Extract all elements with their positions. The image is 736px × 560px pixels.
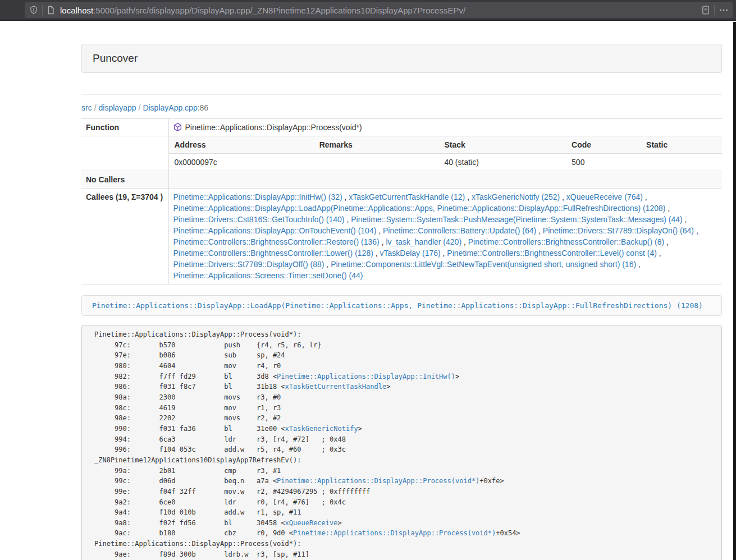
- urlbar-divider: [714, 5, 715, 15]
- snippet-symbol-link[interactable]: Pinetime::Applications::DisplayApp::Load…: [92, 301, 703, 310]
- breadcrumb-link[interactable]: DisplayApp.cpp: [143, 103, 197, 112]
- urlbar-divider: [42, 5, 43, 15]
- callee-separator: ,: [643, 192, 647, 201]
- callee-separator: ,: [636, 260, 641, 269]
- code-symbol-link[interactable]: xQueueReceive: [285, 519, 338, 527]
- function-label: Function: [81, 119, 168, 136]
- url-path: :5000/path/src/displayapp/DisplayApp.cpp…: [93, 6, 465, 15]
- scrollbar-strip[interactable]: [733, 22, 736, 560]
- callee-link[interactable]: Pinetime::Controllers::BrightnessControl…: [447, 249, 656, 258]
- browser-toolbar: localhost:5000/path/src/displayapp/Displ…: [0, 0, 736, 21]
- callee-separator: ,: [376, 226, 383, 235]
- divider: [81, 94, 722, 95]
- function-row: Function Pinetime::Applications::Display…: [81, 119, 722, 136]
- callee-separator: ,: [461, 237, 468, 246]
- callee-separator: ,: [560, 192, 566, 201]
- metrics-value-row: 0x0000097c40 (static)500: [169, 154, 723, 171]
- callee-separator: ,: [324, 260, 331, 269]
- breadcrumb-line-number: :86: [198, 103, 208, 112]
- callee-link[interactable]: Pinetime::Applications::DisplayApp::Load…: [173, 204, 666, 213]
- callee-link[interactable]: Pinetime::Controllers::BrightnessControl…: [173, 237, 380, 246]
- callee-separator: ,: [380, 237, 386, 246]
- callee-separator: ,: [657, 249, 661, 258]
- metrics-column-header: Stack: [438, 136, 566, 154]
- breadcrumb-link[interactable]: src: [81, 103, 92, 112]
- callee-link[interactable]: Pinetime::Applications::DisplayApp::OnTo…: [173, 226, 377, 235]
- callee-link[interactable]: Pinetime::Applications::DisplayApp::Init…: [173, 192, 342, 201]
- callee-separator: ,: [694, 226, 698, 235]
- page-content: Puncover src/displayapp/DisplayApp.cpp:8…: [0, 22, 736, 560]
- url-bar[interactable]: localhost:5000/path/src/displayapp/Displ…: [25, 2, 733, 18]
- metrics-header-row: AddressRemarksStackCodeStatic: [169, 136, 723, 154]
- callee-separator: ,: [345, 215, 351, 224]
- callee-link[interactable]: xTaskGetCurrentTaskHandle (12): [349, 192, 465, 201]
- code-symbol-link[interactable]: Pinetime::Applications::DisplayApp::Proc…: [277, 477, 479, 485]
- metrics-row-spacer: [81, 136, 168, 171]
- metrics-column-header: Address: [169, 136, 314, 154]
- callee-link[interactable]: Pinetime::Components::LittleVgl::SetNewT…: [331, 260, 636, 269]
- url-host: localhost: [60, 6, 93, 15]
- callee-link[interactable]: Pinetime::Controllers::BrightnessControl…: [173, 249, 373, 258]
- callee-link[interactable]: Pinetime::Drivers::St7789::DisplayOn() (…: [543, 226, 694, 235]
- metrics-value: 0x0000097c: [169, 154, 314, 171]
- metrics-value: 40 (static): [438, 154, 566, 171]
- no-callers-row: No Callers: [81, 171, 722, 189]
- more-actions-icon[interactable]: [719, 6, 729, 15]
- callee-separator: ,: [664, 237, 669, 246]
- callee-separator: ,: [683, 215, 687, 224]
- metrics-row: AddressRemarksStackCodeStatic 0x0000097c…: [81, 136, 722, 171]
- disassembly-block: Pinetime::Applications::DisplayApp::Proc…: [81, 325, 722, 560]
- callee-link[interactable]: Pinetime::System::SystemTask::PushMessag…: [351, 215, 683, 224]
- callees-row: Callees (19, Σ=3704 ) Pinetime::Applicat…: [81, 189, 722, 284]
- shield-icon[interactable]: [29, 6, 38, 15]
- callee-separator: ,: [665, 204, 670, 213]
- breadcrumb: src/displayapp/DisplayApp.cpp:86: [81, 102, 722, 113]
- function-name: Pinetime::Applications::DisplayApp::Proc…: [185, 123, 362, 132]
- metrics-column-header: Remarks: [314, 136, 439, 154]
- callee-separator: ,: [536, 226, 543, 235]
- code-symbol-link[interactable]: xTaskGetCurrentTaskHandle: [285, 383, 387, 391]
- page-title: Puncover: [93, 52, 138, 65]
- package-cube-icon: [173, 123, 182, 131]
- callee-link[interactable]: lv_task_handler (420): [386, 237, 461, 246]
- callee-link[interactable]: Pinetime::Controllers::Battery::Update()…: [383, 226, 536, 235]
- no-callers-cell: [168, 171, 722, 189]
- callee-link[interactable]: vTaskDelay (176): [380, 249, 441, 258]
- callee-separator: ,: [342, 192, 349, 201]
- symbol-table: Function Pinetime::Applications::Display…: [81, 118, 722, 284]
- callees-label: Callees (19, Σ=3704 ): [81, 189, 168, 284]
- reader-mode-icon[interactable]: [701, 6, 710, 15]
- code-symbol-link[interactable]: Pinetime::Applications::DisplayApp::Init…: [277, 373, 455, 380]
- callees-list: Pinetime::Applications::DisplayApp::Init…: [168, 189, 722, 284]
- callee-link[interactable]: xQueueReceive (764): [566, 192, 643, 201]
- callee-link[interactable]: xTaskGenericNotify (252): [472, 192, 560, 201]
- metrics-column-header: Code: [566, 136, 641, 154]
- callee-separator: ,: [441, 249, 447, 258]
- callee-link[interactable]: Pinetime::Drivers::Cst816S::GetTouchInfo…: [173, 215, 345, 224]
- breadcrumb-separator: /: [136, 103, 143, 112]
- callee-separator: ,: [465, 192, 472, 201]
- code-symbol-link[interactable]: Pinetime::Applications::DisplayApp::Proc…: [293, 529, 496, 537]
- metrics-value: [314, 154, 439, 171]
- metrics-value: [641, 154, 722, 171]
- metrics-table: AddressRemarksStackCodeStatic 0x0000097c…: [169, 136, 723, 171]
- breadcrumb-separator: /: [92, 103, 99, 112]
- callee-link[interactable]: Pinetime::Controllers::BrightnessControl…: [468, 237, 664, 246]
- callee-link[interactable]: Pinetime::Drivers::St7789::DisplayOff() …: [173, 260, 324, 269]
- breadcrumb-link[interactable]: displayapp: [99, 103, 136, 112]
- page-icon[interactable]: [47, 6, 55, 15]
- function-name-cell: Pinetime::Applications::DisplayApp::Proc…: [168, 119, 722, 136]
- callee-link[interactable]: Pinetime::Applications::Screens::Timer::…: [173, 271, 363, 280]
- callee-separator: ,: [373, 249, 380, 258]
- app-title-panel: Puncover: [81, 44, 722, 73]
- code-symbol-link[interactable]: xTaskGenericNotify: [285, 425, 358, 433]
- metrics-value: 500: [566, 154, 641, 171]
- url-text[interactable]: localhost:5000/path/src/displayapp/Displ…: [60, 6, 701, 15]
- snippet-header: Pinetime::Applications::DisplayApp::Load…: [81, 295, 722, 316]
- metrics-column-header: Static: [641, 136, 722, 154]
- no-callers-label: No Callers: [81, 171, 168, 189]
